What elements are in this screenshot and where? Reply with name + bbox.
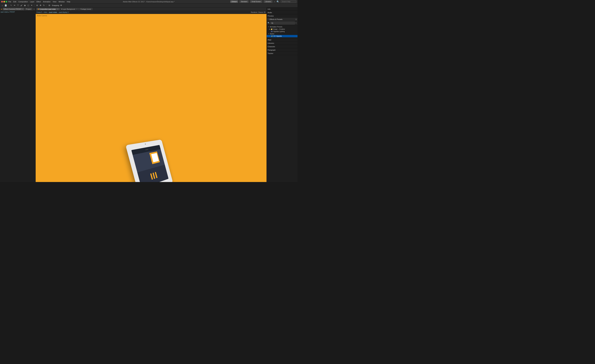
image-creative-folder[interactable]: ▶ 📁 Image – Creative	[267, 28, 298, 30]
text-tool-icon[interactable]: T	[17, 4, 19, 7]
menu-layer[interactable]: Layer	[30, 1, 34, 3]
effects-search-clear[interactable]: ✕	[295, 22, 297, 24]
audio-section-header[interactable]: Audio	[267, 11, 298, 14]
left-panel-header: ◈ Effect Controls FRONT ✕ Project ≡	[0, 7, 35, 11]
ipad-bar-3	[155, 172, 157, 178]
workspace-libraries[interactable]: Libraries	[264, 0, 272, 3]
effects-search-icon: 🔍	[268, 22, 270, 24]
nav-ipad-display[interactable]: ipad display 2	[59, 11, 69, 13]
nav-comp5[interactable]: Comp 5	[36, 11, 42, 13]
rotate-tool-icon[interactable]: ↻	[42, 4, 45, 7]
minimize-button[interactable]	[3, 1, 5, 2]
panel-menu-icon[interactable]: ≡	[34, 8, 35, 10]
left-panel: ◈ Effect Controls FRONT ✕ Project ≡ ipad…	[0, 7, 36, 182]
brush-tool-icon[interactable]: 🖌	[20, 4, 23, 7]
comp-tab-label-1: Composition ipad rotate	[39, 8, 56, 10]
search-icon: 🔍	[276, 0, 279, 3]
workspace-small-screen[interactable]: Small Screen	[250, 0, 262, 3]
pan-tool-icon[interactable]: ✥	[39, 4, 42, 7]
window-controls	[1, 1, 7, 2]
renderer-label: Renderer: Classic 3D	[251, 11, 266, 13]
effects-collapse-icon: ▼	[268, 19, 269, 20]
selection-tool-icon[interactable]: ↖	[10, 4, 13, 7]
effects-search-input[interactable]	[270, 22, 295, 24]
menu-help[interactable]: Help	[67, 1, 70, 3]
maximize-button[interactable]	[6, 1, 7, 2]
menu-effect[interactable]: Effect	[36, 1, 41, 3]
workspace-more-icon[interactable]: »	[274, 1, 275, 3]
effect-controls-tab[interactable]: Effect Controls FRONT ✕	[3, 8, 24, 10]
folder-icon-1: 📁	[271, 28, 273, 30]
effect-controls-label: Effect Controls FRONT	[4, 8, 21, 10]
ipad-bar-1	[150, 173, 153, 179]
search-input[interactable]	[281, 0, 296, 3]
vignette-lighting-item[interactable]: 🎞 Vignette Lighting	[267, 30, 298, 33]
comp-tab-layer-bg[interactable]: Layer Background ✕	[60, 8, 79, 10]
stamp-tool-icon[interactable]: ◉	[23, 4, 26, 7]
comp-tab-dot-2	[61, 9, 62, 10]
nav-intro[interactable]: Intro	[44, 11, 47, 13]
comp-tab-dot-1	[38, 9, 39, 10]
comp-tab-close-1[interactable]: ✕	[57, 8, 58, 10]
effects-presets-section: ▼ Effects & Presets ≡ 🔍 ✕ ▼ Animation Pr…	[267, 18, 298, 38]
paragraph-label: Paragraph	[268, 49, 276, 51]
libraries-section-header[interactable]: Libraries	[267, 41, 298, 45]
menu-edit[interactable]: Edit	[13, 1, 16, 3]
close-button[interactable]	[1, 1, 3, 2]
effects-presets-label: Effects & Presets	[269, 18, 283, 20]
cc-vignette-label: CC Vignette	[274, 35, 282, 37]
effects-menu-icon[interactable]: ≡	[296, 18, 297, 21]
nav-sep-3: ◂	[58, 11, 58, 13]
workspace-default[interactable]: Default	[230, 0, 238, 3]
puppet-tool-icon[interactable]: ✦	[30, 4, 33, 7]
comp-tab-label-2: Layer Background	[63, 8, 75, 10]
character-section-header[interactable]: Character	[267, 45, 298, 48]
composition-viewer[interactable]: Active Camera	[36, 14, 267, 182]
snapping-icon[interactable]: ⊞	[48, 4, 51, 7]
ipad-camera	[145, 144, 146, 144]
home-icon[interactable]: ⌂	[1, 4, 4, 7]
nav-sep-2: ◂	[48, 11, 49, 13]
comp-tab-close-2[interactable]: ✕	[76, 8, 78, 10]
ipad-screen	[131, 145, 168, 182]
tracker-section-header[interactable]: Tracker	[267, 52, 298, 55]
character-label: Character	[268, 46, 275, 48]
paragraph-section-header[interactable]: Paragraph	[267, 48, 298, 52]
ipad-status-bar	[145, 149, 149, 150]
ipad-mockup	[126, 139, 173, 182]
workspace-controls: Default Standard Small Screen Libraries …	[230, 0, 296, 3]
info-section-header[interactable]: Info	[267, 7, 298, 11]
anim-presets-arrow: ▼	[268, 26, 269, 27]
nav-ipad-rotate[interactable]: ipad rotate	[49, 11, 57, 13]
eraser-tool-icon[interactable]: ◻	[27, 4, 30, 7]
libraries-label: Libraries	[268, 42, 274, 44]
menu-animation[interactable]: Animation	[43, 1, 50, 3]
comp-tab-footage[interactable]: Footage (none)	[79, 8, 92, 10]
comp-tab-ipad-rotate[interactable]: Composition ipad rotate ✕	[36, 8, 59, 10]
menu-window[interactable]: Window	[59, 1, 65, 3]
snapping-label: Snapping	[52, 5, 59, 6]
stylize-parent[interactable]: ▼ Stylize	[267, 33, 298, 35]
pen-tool-icon[interactable]: ✒	[13, 4, 16, 7]
save-icon[interactable]: 💾	[4, 4, 7, 7]
snapping-extra-icon[interactable]: ✤	[60, 4, 63, 7]
app-title: Adobe After Effects CC 2017 - /Users/mas…	[123, 1, 175, 3]
effects-presets-header[interactable]: ▼ Effects & Presets ≡	[267, 18, 298, 21]
project-tab[interactable]: Project	[25, 8, 32, 10]
menu-file[interactable]: File	[8, 1, 11, 3]
breadcrumb: ipad rotate ▸ FRONT	[0, 11, 35, 13]
right-panel-sections: Info Audio Preview ▼ Effects & Presets ≡…	[267, 7, 298, 182]
anchor-point-icon[interactable]: ⊕	[36, 4, 38, 7]
image-creative-arrow: ▶	[269, 28, 270, 30]
effect-controls-close[interactable]: ✕	[22, 8, 23, 10]
preview-section-header[interactable]: Preview	[267, 14, 298, 18]
workspace-standard[interactable]: Standard	[240, 0, 249, 3]
tracker-label: Tracker	[268, 52, 273, 54]
animation-presets-parent[interactable]: ▼ Animation Presets	[267, 26, 298, 28]
cc-vignette-item[interactable]: ⚡ CC Vignette	[267, 35, 298, 37]
menu-composition[interactable]: Composition	[18, 1, 28, 3]
align-section-header[interactable]: Align	[267, 38, 298, 41]
menu-view[interactable]: View	[53, 1, 57, 3]
stylize-label: Stylize	[270, 33, 274, 35]
preset-icon-2: ⚡	[271, 35, 273, 37]
